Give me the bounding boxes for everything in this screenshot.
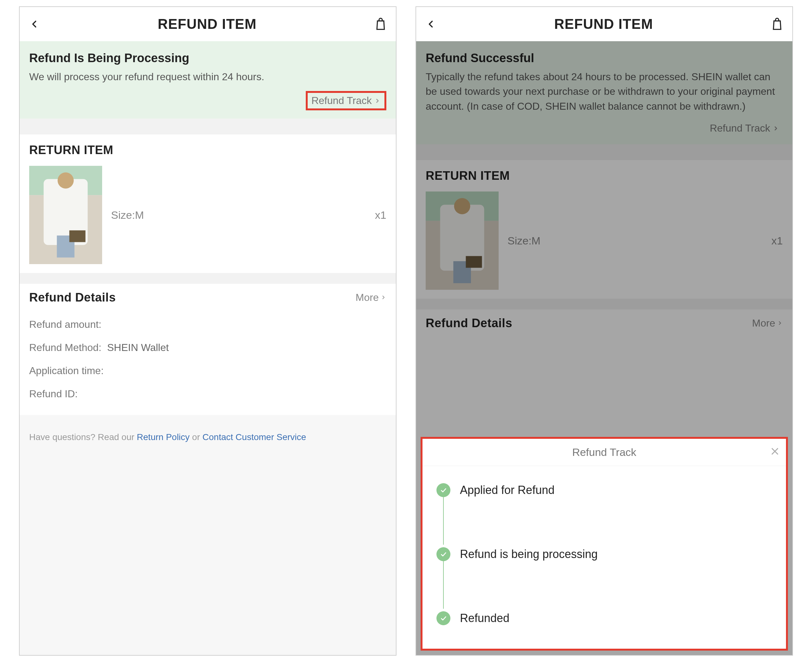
phone-screen-right: REFUND ITEM Refund Successful Typically …	[415, 6, 793, 656]
section-divider	[416, 299, 792, 309]
check-circle-icon	[436, 611, 450, 625]
return-item-title: RETURN ITEM	[426, 169, 783, 183]
shopping-bag-icon[interactable]	[374, 17, 387, 31]
chevron-right-icon	[381, 293, 386, 302]
item-meta: Size:M x1	[111, 209, 386, 221]
section-divider	[20, 273, 396, 284]
return-item-title: RETURN ITEM	[29, 143, 386, 157]
item-qty: x1	[772, 235, 783, 247]
chevron-right-icon	[374, 96, 381, 105]
refund-track-label: Refund Track	[312, 95, 372, 106]
detail-row-id: Refund ID:	[29, 382, 386, 405]
shopping-bag-icon[interactable]	[771, 17, 783, 31]
return-item-row: Size:M x1	[29, 166, 386, 264]
track-step-label: Refund is being processing	[460, 548, 598, 561]
item-meta: Size:M x1	[508, 235, 783, 247]
product-thumbnail	[29, 166, 102, 264]
status-banner: Refund Successful Typically the refund t…	[416, 41, 792, 144]
return-policy-link[interactable]: Return Policy	[137, 432, 190, 442]
item-size: Size:M	[508, 235, 540, 247]
detail-label: Refund amount:	[29, 319, 101, 330]
refund-track-sheet: Refund Track Applied for Refund Refund i…	[421, 437, 788, 651]
more-label: More	[355, 292, 379, 304]
track-step-label: Refunded	[460, 612, 510, 625]
section-divider	[20, 119, 396, 135]
return-item-section: RETURN ITEM Size:M x1	[20, 135, 396, 273]
more-link[interactable]: More	[355, 292, 386, 304]
detail-label: Refund Method:	[29, 342, 101, 353]
contact-service-link[interactable]: Contact Customer Service	[203, 432, 306, 442]
chevron-right-icon	[777, 319, 783, 327]
top-bar: REFUND ITEM	[20, 7, 396, 41]
detail-row-apptime: Application time:	[29, 359, 386, 382]
detail-row-method: Refund Method: SHEIN Wallet	[29, 336, 386, 359]
more-label: More	[752, 317, 775, 329]
item-size: Size:M	[111, 209, 144, 221]
refund-details-title: Refund Details	[426, 317, 512, 330]
track-step: Refunded	[436, 607, 772, 630]
banner-description: Typically the refund takes about 24 hour…	[426, 69, 783, 114]
back-icon[interactable]	[425, 18, 436, 30]
help-mid: or	[190, 432, 203, 442]
status-banner: Refund Is Being Processing We will proce…	[20, 41, 396, 119]
close-icon[interactable]	[770, 446, 780, 458]
top-bar: REFUND ITEM	[416, 7, 792, 41]
svg-rect-11	[466, 256, 482, 268]
page-title: REFUND ITEM	[158, 16, 257, 32]
refund-details-title: Refund Details	[29, 291, 116, 304]
detail-label: Application time:	[29, 365, 104, 377]
detail-value: SHEIN Wallet	[107, 342, 169, 353]
page-title: REFUND ITEM	[554, 16, 653, 32]
more-link[interactable]: More	[752, 317, 783, 329]
track-step: Refund is being processing	[436, 543, 772, 566]
track-connector	[443, 561, 444, 609]
sheet-title: Refund Track	[572, 446, 636, 458]
return-item-section: RETURN ITEM Size:M x1	[416, 160, 792, 299]
refund-track-row: Refund Track	[426, 121, 783, 136]
refund-details-header: Refund Details More	[20, 284, 396, 311]
return-item-row: Size:M x1	[426, 191, 783, 290]
detail-row-amount: Refund amount:	[29, 313, 386, 336]
banner-description: We will process your refund request with…	[29, 69, 386, 84]
refund-track-link[interactable]: Refund Track	[306, 91, 386, 110]
refund-details-list: Refund amount: Refund Method: SHEIN Wall…	[20, 311, 396, 415]
banner-title: Refund Is Being Processing	[29, 51, 386, 65]
back-icon[interactable]	[29, 18, 40, 30]
product-thumbnail	[426, 191, 498, 290]
chevron-right-icon	[773, 124, 779, 133]
phone-screen-left: REFUND ITEM Refund Is Being Processing W…	[19, 6, 397, 656]
detail-label: Refund ID:	[29, 388, 78, 400]
svg-point-9	[454, 198, 470, 214]
section-divider	[416, 144, 792, 160]
sheet-header: Refund Track	[423, 439, 786, 466]
help-footer: Have questions? Read our Return Policy o…	[20, 415, 396, 655]
svg-rect-5	[69, 230, 86, 242]
refund-track-link[interactable]: Refund Track	[706, 121, 783, 136]
help-prefix: Have questions? Read our	[29, 432, 137, 442]
svg-point-3	[58, 172, 74, 189]
refund-track-label: Refund Track	[710, 122, 770, 134]
banner-title: Refund Successful	[426, 51, 783, 65]
track-steps-list: Applied for Refund Refund is being proce…	[423, 466, 786, 649]
refund-track-row: Refund Track	[29, 91, 386, 110]
track-step: Applied for Refund	[436, 479, 772, 501]
item-qty: x1	[375, 209, 386, 221]
track-step-label: Applied for Refund	[460, 484, 555, 497]
check-circle-icon	[436, 483, 450, 497]
track-connector	[443, 497, 444, 545]
refund-details-header: Refund Details More	[416, 309, 792, 337]
check-circle-icon	[436, 547, 450, 561]
